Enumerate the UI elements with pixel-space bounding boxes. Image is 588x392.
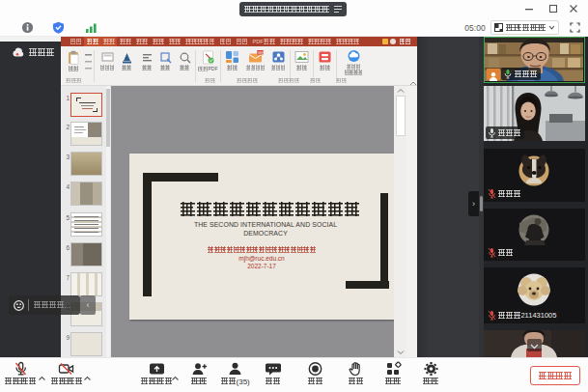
svg-text:NEW: NEW (257, 50, 263, 54)
